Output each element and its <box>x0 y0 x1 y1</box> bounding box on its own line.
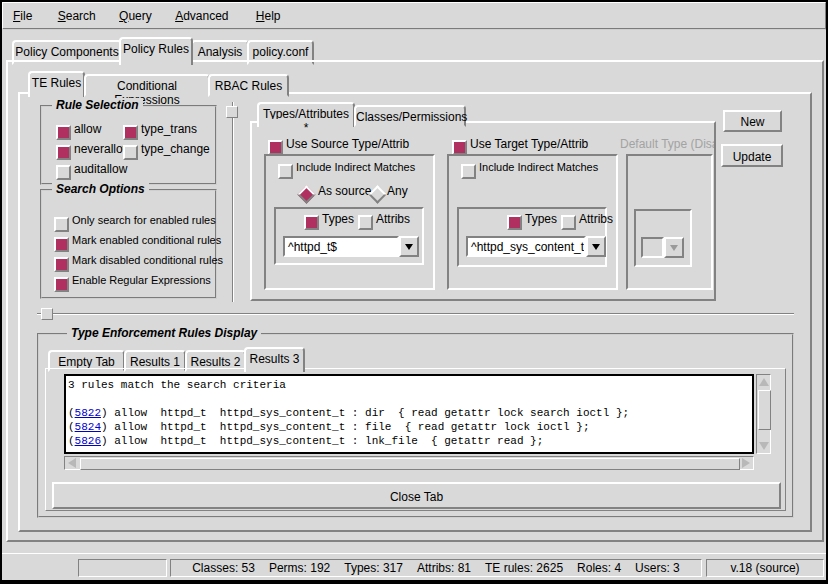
use-target-label: Use Target Type/Attrib <box>470 137 588 151</box>
checkbox-source-attribs[interactable] <box>358 215 373 230</box>
source-indirect-label: Include Indirect Matches <box>296 161 415 173</box>
new-button[interactable]: New <box>723 110 782 132</box>
source-attribs-label: Attribs <box>376 212 410 226</box>
criteria-content: Use Source Type/Attrib Include Indirect … <box>2 2 828 584</box>
source-type-combobox[interactable]: ^httpd_t$ <box>283 236 419 257</box>
default-type-combobox <box>641 237 684 258</box>
checkbox-source-indirect[interactable] <box>278 164 293 179</box>
target-type-combobox-value[interactable]: ^httpd_sys_content_t$ <box>466 236 586 257</box>
target-indirect-label: Include Indirect Matches <box>479 161 598 173</box>
update-button[interactable]: Update <box>721 144 783 167</box>
default-type-combobox-button <box>664 237 684 258</box>
checkbox-target-attribs[interactable] <box>561 215 576 230</box>
checkbox-target-indirect[interactable] <box>461 164 476 179</box>
use-source-label: Use Source Type/Attrib <box>286 137 409 151</box>
source-type-combobox-value[interactable]: ^httpd_t$ <box>283 236 399 257</box>
target-attribs-label: Attribs <box>579 212 613 226</box>
target-types-label: Types <box>525 212 557 226</box>
checkbox-use-target[interactable] <box>452 140 467 155</box>
checkbox-target-types[interactable] <box>507 215 522 230</box>
source-types-label: Types <box>322 212 354 226</box>
target-type-combobox-button[interactable] <box>586 236 606 257</box>
target-type-combobox[interactable]: ^httpd_sys_content_t$ <box>466 236 606 257</box>
default-type-inner-box <box>634 209 692 267</box>
target-box: Include Indirect Matches Types Attribs ^… <box>447 154 618 290</box>
target-types-box: Types Attribs ^httpd_sys_content_t$ <box>457 207 607 267</box>
source-type-combobox-button[interactable] <box>399 236 419 257</box>
te-rules-content: Rule Selection allow type_trans neverall… <box>2 2 828 584</box>
dropdown-arrow-icon <box>670 245 678 251</box>
radio-any-label: Any <box>387 184 408 198</box>
source-box: Include Indirect Matches As source Any T… <box>264 154 435 290</box>
default-type-label: Default Type (Disabled) <box>620 137 714 151</box>
default-type-box <box>626 154 713 290</box>
radio-as-source-label: As source <box>318 184 371 198</box>
checkbox-source-types[interactable] <box>304 215 319 230</box>
radio-as-source[interactable] <box>297 185 315 203</box>
dropdown-arrow-icon <box>592 244 600 250</box>
checkbox-use-source[interactable] <box>268 140 283 155</box>
apol-window: File Search Query Advanced Help Policy C… <box>0 0 828 584</box>
dropdown-arrow-icon <box>405 244 413 250</box>
source-types-box: Types Attribs ^httpd_t$ <box>274 207 424 265</box>
default-type-combobox-value <box>641 237 664 258</box>
